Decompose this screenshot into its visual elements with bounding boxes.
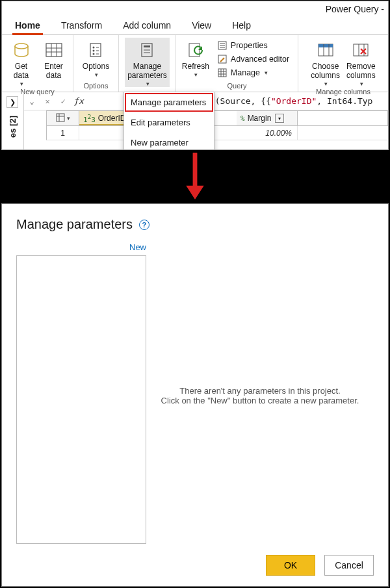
svg-point-11 bbox=[93, 53, 95, 55]
group-label-options: Options bbox=[84, 81, 109, 90]
options-button[interactable]: Options▾ bbox=[80, 38, 112, 78]
row-number[interactable]: 1 bbox=[47, 126, 79, 140]
empty-state: There aren't any parameters in this proj… bbox=[146, 244, 374, 547]
tab-help[interactable]: Help bbox=[231, 18, 252, 34]
column-header-margin[interactable]: % Margin ▾ bbox=[237, 111, 298, 125]
group-label-query: Query bbox=[228, 81, 247, 90]
manage-button[interactable]: Manage ▾ bbox=[214, 66, 292, 79]
parameters-list[interactable] bbox=[16, 255, 146, 544]
title-bar: Power Query - bbox=[2, 1, 388, 17]
menu-item-manage-parameters[interactable]: Manage parameters bbox=[124, 92, 214, 112]
advanced-editor-button[interactable]: Advanced editor bbox=[214, 53, 292, 66]
svg-rect-6 bbox=[90, 44, 101, 57]
new-parameter-link[interactable]: New bbox=[129, 242, 146, 252]
svg-rect-14 bbox=[144, 45, 150, 47]
tab-home[interactable]: Home bbox=[14, 18, 42, 34]
svg-point-9 bbox=[93, 50, 95, 52]
advanced-editor-icon bbox=[217, 54, 228, 64]
manage-parameters-button[interactable]: Manage parameters▾ bbox=[125, 38, 170, 87]
formula-dropdown-icon[interactable]: ⌄ bbox=[24, 94, 40, 109]
ok-button[interactable]: OK bbox=[266, 555, 315, 576]
choose-columns-button[interactable]: Choose columns▾ bbox=[308, 38, 343, 87]
menu-item-new-parameter[interactable]: New parameter bbox=[124, 133, 214, 150]
app-title: Power Query - bbox=[326, 4, 384, 14]
power-query-editor-window: Power Query - Home Transform Add column … bbox=[1, 1, 389, 150]
cell-margin-1[interactable]: 10.00% bbox=[237, 126, 298, 140]
svg-rect-29 bbox=[318, 44, 333, 47]
tab-transform[interactable]: Transform bbox=[60, 18, 103, 34]
get-data-icon bbox=[13, 39, 30, 61]
ribbon-tabs: Home Transform Add column View Help bbox=[2, 17, 388, 35]
queries-pane-collapsed[interactable]: ❯ es [2] bbox=[2, 92, 24, 150]
tab-view[interactable]: View bbox=[190, 18, 213, 34]
enter-data-icon bbox=[45, 39, 63, 61]
manage-parameters-dropdown: Manage parameters Edit parameters New pa… bbox=[124, 92, 214, 150]
svg-rect-1 bbox=[46, 44, 62, 57]
expand-queries-icon[interactable]: ❯ bbox=[6, 96, 18, 108]
svg-point-7 bbox=[93, 47, 95, 49]
refresh-button[interactable]: Refresh ▾ bbox=[179, 38, 212, 78]
manage-parameters-dialog: Manage parameters ? New There aren't any… bbox=[1, 203, 389, 587]
help-icon[interactable]: ? bbox=[139, 220, 150, 230]
cancel-formula-icon[interactable]: ✕ bbox=[40, 94, 55, 109]
annotation-arrow bbox=[0, 150, 390, 203]
choose-columns-icon bbox=[317, 39, 335, 61]
refresh-icon bbox=[187, 39, 205, 61]
table-corner[interactable]: ▾ bbox=[47, 111, 79, 125]
enter-data-button[interactable]: Enter data bbox=[38, 38, 70, 81]
dialog-title: Manage parameters bbox=[16, 217, 133, 232]
options-icon bbox=[88, 39, 103, 61]
number-type-icon: 123 bbox=[83, 113, 96, 124]
table-icon bbox=[56, 113, 65, 124]
empty-state-line2: Click on the "New" button to create a ne… bbox=[161, 396, 359, 405]
empty-state-line1: There aren't any parameters in this proj… bbox=[179, 386, 340, 396]
tab-add-column[interactable]: Add column bbox=[122, 18, 172, 34]
properties-button[interactable]: Properties bbox=[214, 39, 292, 52]
remove-columns-button[interactable]: Remove columns▾ bbox=[344, 38, 378, 87]
svg-point-0 bbox=[15, 44, 28, 49]
svg-rect-32 bbox=[354, 44, 368, 56]
properties-icon bbox=[217, 40, 228, 51]
menu-item-edit-parameters[interactable]: Edit parameters bbox=[124, 112, 214, 133]
cancel-button[interactable]: Cancel bbox=[324, 555, 374, 576]
accept-formula-icon[interactable]: ✓ bbox=[55, 94, 71, 109]
manage-parameters-icon bbox=[139, 39, 155, 61]
queries-pane-label: es [2] bbox=[8, 116, 18, 138]
svg-rect-35 bbox=[57, 114, 64, 121]
ribbon: Get data▾ Enter data New query Options bbox=[2, 35, 388, 92]
data-grid: ▾ 123 OrderID % Margin ▾ 1 bbox=[46, 110, 388, 140]
column-filter-icon[interactable]: ▾ bbox=[275, 114, 284, 123]
fx-icon[interactable]: ƒx bbox=[71, 94, 86, 109]
get-data-button[interactable]: Get data▾ bbox=[6, 38, 37, 87]
manage-icon bbox=[217, 68, 228, 78]
svg-rect-23 bbox=[218, 69, 226, 77]
remove-columns-icon bbox=[352, 39, 370, 61]
percent-type-icon: % bbox=[240, 114, 245, 123]
